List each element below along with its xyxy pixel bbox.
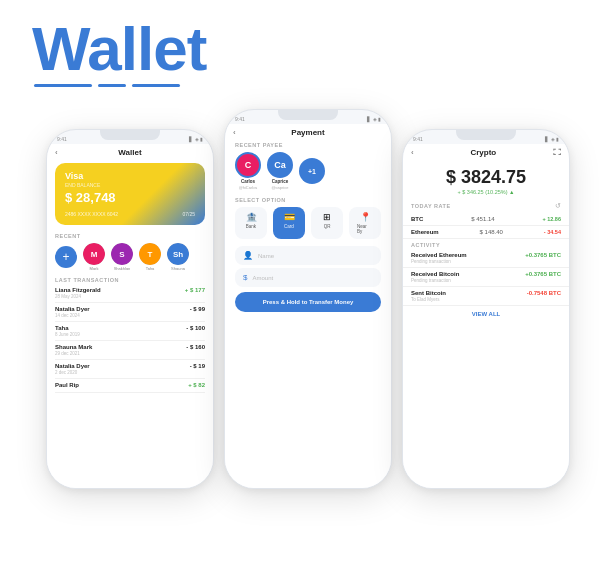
payee-caprice-avatar: Ca xyxy=(267,152,293,178)
payment-options: 🏦 Bank 💳 Card ⊞ QR 📍 Near By xyxy=(225,205,391,243)
phone2-title: Payment xyxy=(291,128,324,137)
transfer-button[interactable]: Press & Hold to Transfer Money xyxy=(235,292,381,312)
notch-1 xyxy=(100,130,160,140)
today-rate-label: TODAY RATE xyxy=(411,203,451,209)
phone1-header: ‹ Wallet xyxy=(47,144,213,159)
phone3-title: Crypto xyxy=(470,148,496,157)
activity-label: ACTIVITY xyxy=(403,239,569,249)
option-bank[interactable]: 🏦 Bank xyxy=(235,207,267,239)
avatar-shauna-label: Shauna xyxy=(171,266,185,271)
payee-caprice[interactable]: Ca Caprice @caprice xyxy=(267,152,293,190)
refresh-icon[interactable]: ↺ xyxy=(555,202,561,210)
expand-icon[interactable]: ⛶ xyxy=(553,148,561,157)
recent-payees-label: RECENT PAYEE xyxy=(225,139,391,150)
balance-change: + $ 346.25 (10.25%) ▲ xyxy=(411,189,561,195)
bank-icon: 🏦 xyxy=(246,212,257,222)
status-icons-1: ▋ ◈ ▮ xyxy=(189,136,203,142)
balance-amount: $ 3824.75 xyxy=(411,167,561,188)
activity-sent-btc: Sent Bitcoin To Elad Myers -0.7548 BTC xyxy=(403,287,569,306)
header-underline xyxy=(34,84,584,87)
phones-container: 9:41 ▋ ◈ ▮ ‹ Wallet Visa END BALANCE $ 2… xyxy=(0,99,616,507)
dollar-icon: $ xyxy=(243,273,247,282)
option-nearby[interactable]: 📍 Near By xyxy=(349,207,381,239)
status-time-2: 9:41 xyxy=(235,116,245,122)
transaction-list: Liana Fitzgerald28 May 2024 + $ 177 Nata… xyxy=(47,284,213,393)
status-icons-2: ▋ ◈ ▮ xyxy=(367,116,381,122)
crypto-balance: $ 3824.75 + $ 346.25 (10.25%) ▲ xyxy=(403,159,569,199)
last-transaction-label: LAST TRANSACTION xyxy=(47,275,213,284)
table-row: Shauna Mark29 dec 2021 - $ 160 xyxy=(55,341,205,360)
table-row: Liana Fitzgerald28 May 2024 + $ 177 xyxy=(55,284,205,303)
phone2-header: ‹ Payment xyxy=(225,124,391,139)
amount-input[interactable]: $ Amount xyxy=(235,268,381,287)
avatar-shakhlan-label: Shakhlan xyxy=(114,266,131,271)
page-title: Wallet xyxy=(32,18,584,80)
payee-carlos[interactable]: C Carlos @hiCarlos xyxy=(235,152,261,190)
card-brand: Visa xyxy=(65,171,195,181)
avatar-taha[interactable]: T Taha xyxy=(139,243,161,271)
phone-payment: 9:41 ▋ ◈ ▮ ‹ Payment RECENT PAYEE C Carl… xyxy=(224,109,392,489)
back-icon-3[interactable]: ‹ xyxy=(411,148,414,157)
notch-2 xyxy=(278,110,338,120)
avatar-taha-label: Taha xyxy=(146,266,155,271)
back-icon-2[interactable]: ‹ xyxy=(233,128,236,137)
recent-label: RECENT xyxy=(47,229,213,241)
status-time-3: 9:41 xyxy=(413,136,423,142)
card-icon: 💳 xyxy=(284,212,295,222)
wallet-card[interactable]: Visa END BALANCE $ 28,748 2486 XXXX XXXX… xyxy=(55,163,205,225)
card-number: 2486 XXXX XXXX 6042 xyxy=(65,211,195,217)
phone3-content: ‹ Crypto ⛶ $ 3824.75 + $ 346.25 (10.25%)… xyxy=(403,144,569,488)
avatar-mark-label: Mark xyxy=(90,266,99,271)
rate-eth: Ethereum $ 148.40 - 34.54 xyxy=(403,226,569,239)
status-time-1: 9:41 xyxy=(57,136,67,142)
notch-3 xyxy=(456,130,516,140)
avatar-shauna[interactable]: Sh Shauna xyxy=(167,243,189,271)
option-card[interactable]: 💳 Card xyxy=(273,207,305,239)
amount-placeholder: Amount xyxy=(252,275,273,281)
phone1-content: ‹ Wallet Visa END BALANCE $ 28,748 2486 … xyxy=(47,144,213,488)
card-balance-label: END BALANCE xyxy=(65,182,195,188)
select-option-label: SELECT OPTION xyxy=(225,194,391,205)
qr-icon: ⊞ xyxy=(323,212,331,222)
card-balance: $ 28,748 xyxy=(65,190,195,205)
more-payees-button[interactable]: +1 xyxy=(299,158,325,184)
table-row: Natalia Dyer2 dec 2020 - $ 19 xyxy=(55,360,205,379)
phone-wallet: 9:41 ▋ ◈ ▮ ‹ Wallet Visa END BALANCE $ 2… xyxy=(46,129,214,489)
payee-carlos-avatar: C xyxy=(235,152,261,178)
phone3-header: ‹ Crypto ⛶ xyxy=(403,144,569,159)
table-row: Taha8 June 2019 - $ 100 xyxy=(55,322,205,341)
person-icon: 👤 xyxy=(243,251,253,260)
recent-avatars: + M Mark S Shakhlan T Taha Sh Shauna xyxy=(47,241,213,275)
phone1-title: Wallet xyxy=(118,148,141,157)
rate-btc: BTC $ 451.14 + 12.86 xyxy=(403,213,569,226)
phone-crypto: 9:41 ▋ ◈ ▮ ‹ Crypto ⛶ $ 3824.75 + $ 346.… xyxy=(402,129,570,489)
phone2-content: ‹ Payment RECENT PAYEE C Carlos @hiCarlo… xyxy=(225,124,391,488)
option-qr[interactable]: ⊞ QR xyxy=(311,207,343,239)
payees-list: C Carlos @hiCarlos Ca Caprice @caprice +… xyxy=(225,150,391,194)
location-icon: 📍 xyxy=(360,212,371,222)
activity-received-eth: Received Ethereum Pending transaction +0… xyxy=(403,249,569,268)
avatar-shakhlan[interactable]: S Shakhlan xyxy=(111,243,133,271)
name-input[interactable]: 👤 Name xyxy=(235,246,381,265)
avatar-mark[interactable]: M Mark xyxy=(83,243,105,271)
header-section: Wallet xyxy=(0,0,616,95)
today-rate-header: TODAY RATE ↺ xyxy=(403,199,569,213)
status-icons-3: ▋ ◈ ▮ xyxy=(545,136,559,142)
back-icon-1[interactable]: ‹ xyxy=(55,148,58,157)
name-placeholder: Name xyxy=(258,253,274,259)
activity-received-btc: Received Bitcoin Pending transaction +0.… xyxy=(403,268,569,287)
table-row: Natalia Dyer14 dec 2024 - $ 99 xyxy=(55,303,205,322)
view-all-button[interactable]: VIEW ALL xyxy=(403,306,569,322)
card-expiry: 07/25 xyxy=(182,211,195,217)
add-avatar-button[interactable]: + xyxy=(55,246,77,268)
table-row: Paul Rip + $ 82 xyxy=(55,379,205,393)
